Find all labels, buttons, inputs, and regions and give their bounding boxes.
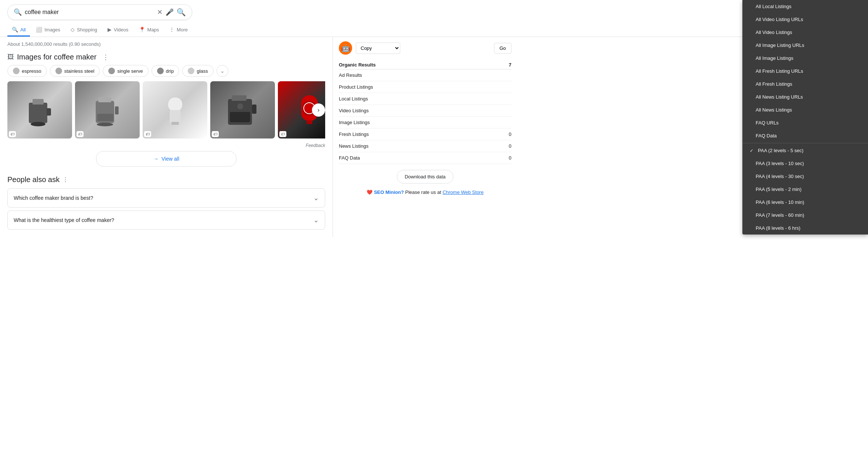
images-section-title: Images for coffee maker	[17, 53, 96, 61]
svg-rect-5	[98, 97, 111, 102]
svg-rect-21	[307, 120, 312, 124]
filter-pill-single-serve[interactable]: single serve	[103, 65, 148, 77]
image-thumb-3[interactable]: 🏷	[143, 81, 207, 138]
dropdown-item-all-fresh-urls[interactable]: All Fresh Listing URLs	[742, 65, 868, 78]
faq-data-value: 0	[500, 152, 511, 164]
dropdown-item-all-news-urls[interactable]: All News Listing URLs	[742, 90, 868, 103]
google-lens-icon[interactable]: 🔍	[177, 8, 186, 17]
seo-header: 🤖 Copy Go	[339, 41, 511, 55]
dropdown-item-all-local[interactable]: All Local Listings	[742, 0, 868, 13]
svg-point-2	[31, 122, 45, 126]
price-tag-1: 🏷	[9, 131, 16, 137]
clear-icon[interactable]: ✕	[157, 8, 163, 16]
dropdown-item-faq-urls[interactable]: FAQ URLs	[742, 116, 868, 129]
svg-point-6	[97, 123, 113, 126]
stainless-thumb	[55, 68, 62, 74]
next-button[interactable]: ›	[312, 103, 325, 117]
results-area: About 1,540,000,000 results (0.90 second…	[0, 37, 333, 237]
svg-rect-10	[170, 110, 181, 123]
filter-pill-drip[interactable]: drip	[152, 65, 180, 77]
shopping-icon: ◇	[71, 27, 75, 32]
copy-select[interactable]: Copy	[356, 42, 400, 54]
dropdown-item-paa-6[interactable]: PAA (6 levels - 10 min)	[742, 196, 868, 209]
filter-pill-espresso[interactable]: espresso	[7, 65, 47, 77]
price-tag-3: 🏷	[144, 131, 151, 137]
view-all-button[interactable]: → View all	[96, 151, 236, 167]
paa-more-icon[interactable]: ⋮	[62, 176, 68, 183]
glass-thumb	[188, 68, 194, 74]
local-listings-value	[500, 93, 511, 105]
dropdown-item-paa-8[interactable]: PAA (8 levels - 6 hrs)	[742, 222, 868, 235]
paa-item-1[interactable]: Which coffee maker brand is best? ⌄	[7, 188, 325, 208]
product-listings-label: Product Listings	[339, 81, 500, 93]
product-listings-value	[500, 81, 511, 93]
dropdown-item-all-video[interactable]: All Video Listings	[742, 26, 868, 39]
seo-avatar: 🤖	[339, 41, 352, 55]
chevron-down-icon: ⌄	[313, 194, 319, 202]
price-tag-4: 🏷	[212, 131, 219, 137]
images-header: 🖼 Images for coffee maker ⋮	[7, 53, 325, 61]
tab-all[interactable]: 🔍 All	[7, 24, 30, 37]
all-icon: 🔍	[12, 27, 18, 32]
search-box: 🔍 ✕ 🎤 🔍	[7, 4, 192, 20]
paa-title: People also ask	[7, 175, 59, 184]
dropdown-item-faq-data[interactable]: FAQ Data	[742, 129, 868, 142]
images-icon: ⬜	[36, 27, 42, 32]
image-thumb-1[interactable]: 🏷	[7, 81, 72, 138]
dropdown-divider	[742, 143, 868, 143]
chrome-store-link[interactable]: Chrome Web Store	[443, 189, 484, 195]
image-thumbnails: 🏷 🏷	[7, 81, 325, 138]
paa-header: People also ask ⋮	[7, 175, 325, 184]
svg-rect-3	[47, 108, 51, 116]
news-listings-value: 0	[500, 140, 511, 152]
maps-icon: 📍	[139, 27, 145, 32]
dropdown-item-paa-4[interactable]: PAA (4 levels - 30 sec)	[742, 170, 868, 183]
image-thumb-4[interactable]: 🏷	[210, 81, 275, 138]
svg-rect-1	[33, 99, 44, 105]
svg-rect-12	[168, 112, 170, 119]
dropdown-item-paa-7[interactable]: PAA (7 levels - 60 min)	[742, 209, 868, 222]
tab-shopping[interactable]: ◇ Shopping	[66, 24, 102, 37]
tab-more[interactable]: ⋮ More	[165, 24, 192, 37]
filter-pill-glass[interactable]: glass	[182, 65, 213, 77]
image-thumb-2[interactable]: 🏷	[75, 81, 140, 138]
dropdown-item-paa-3[interactable]: PAA (3 levels - 10 sec)	[742, 157, 868, 170]
faq-data-label: FAQ Data	[339, 152, 500, 164]
chevron-down-icon: ⌄	[313, 216, 319, 224]
ad-results-value	[500, 69, 511, 81]
table-row: Ad Results	[339, 69, 511, 81]
dropdown-item-all-news[interactable]: All News Listings	[742, 103, 868, 116]
local-listings-label: Local Listings	[339, 93, 500, 105]
table-row: Local Listings	[339, 93, 511, 105]
tab-images[interactable]: ⬜ Images	[31, 24, 65, 37]
search-bar-row: 🔍 ✕ 🎤 🔍	[7, 4, 861, 20]
more-dots-icon: ⋮	[169, 27, 174, 32]
svg-rect-11	[171, 122, 179, 125]
filter-pill-stainless[interactable]: stainless steel	[50, 65, 100, 77]
go-button[interactable]: Go	[494, 43, 511, 54]
footer-text: Please rate us at	[405, 189, 442, 195]
dropdown-item-all-image[interactable]: All Image Listings	[742, 52, 868, 65]
main-content: About 1,540,000,000 results (0.90 second…	[0, 37, 868, 237]
search-input[interactable]	[25, 9, 154, 16]
svg-rect-14	[232, 95, 246, 101]
svg-point-17	[237, 103, 243, 109]
dropdown-item-all-image-urls[interactable]: All Image Listing URLs	[742, 39, 868, 52]
seo-panel: 🤖 Copy Go Organic Results 7 Ad Results P…	[333, 37, 517, 237]
arrow-right-icon: →	[153, 156, 159, 162]
download-button[interactable]: Download this data	[397, 170, 453, 184]
dropdown-item-paa-2[interactable]: PAA (2 levels - 5 sec)	[742, 144, 868, 157]
dropdown-item-all-video-urls[interactable]: All Video Listing URLs	[742, 13, 868, 26]
dropdown-item-paa-5[interactable]: PAA (5 levels - 2 min)	[742, 183, 868, 196]
paa-item-2[interactable]: What is the healthiest type of coffee ma…	[7, 211, 325, 230]
seo-footer: ❤️ SEO Minion? Please rate us at Chrome …	[339, 189, 511, 195]
seo-brand: SEO Minion?	[374, 189, 404, 195]
dropdown-item-all-fresh[interactable]: All Fresh Listings	[742, 78, 868, 90]
table-row: FAQ Data 0	[339, 152, 511, 164]
images-more-icon[interactable]: ⋮	[102, 53, 109, 61]
mic-icon[interactable]: 🎤	[166, 8, 174, 16]
svg-point-9	[168, 97, 183, 112]
tab-maps[interactable]: 📍 Maps	[135, 24, 164, 37]
tab-videos[interactable]: ▶ Videos	[103, 24, 133, 37]
filter-expand-button[interactable]: ⌄	[217, 65, 228, 77]
